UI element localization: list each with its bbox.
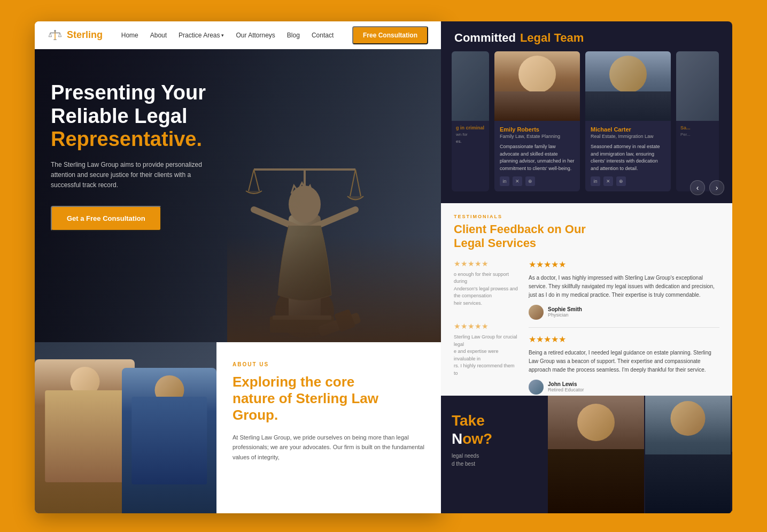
navbar: Sterling Home About Practice Areas ▾ Our… bbox=[35, 21, 441, 49]
team-next-button[interactable]: › bbox=[709, 180, 724, 195]
testimonial-1: ★★★★★ As a doctor, I was highly impresse… bbox=[529, 259, 719, 320]
team-prev-button[interactable]: ‹ bbox=[690, 180, 705, 195]
gavel-area bbox=[227, 235, 441, 342]
team-card-emily: Emily Roberts Family Law, Estate Plannin… bbox=[494, 51, 580, 191]
team-navigation: ‹ › bbox=[690, 180, 724, 195]
emily-role: Family Law, Estate Planning bbox=[500, 134, 575, 139]
linkedin-icon[interactable]: in bbox=[500, 176, 509, 186]
reviewer-1: Sophie Smith Physician bbox=[529, 305, 719, 320]
reviewer-name-1: Sophie Smith bbox=[548, 306, 582, 312]
reviewer-avatar-1 bbox=[529, 305, 544, 320]
testimonials-label: TESTIMONIALS bbox=[454, 214, 719, 219]
bottom-cta-text: Take Now? legal needs d the best bbox=[441, 396, 548, 513]
lawyer-figure-2 bbox=[645, 396, 731, 513]
review-text-1: As a doctor, I was highly impressed with… bbox=[529, 274, 719, 299]
reviewer-title-2: Retired Educator bbox=[548, 387, 584, 392]
testimonial-2: ★★★★★ Being a retired educator, I needed… bbox=[529, 334, 719, 395]
about-heading: Exploring the core nature of Sterling La… bbox=[233, 374, 425, 424]
about-section: ABOUT US Exploring the core nature of St… bbox=[35, 342, 441, 513]
reviewer-avatar-2 bbox=[529, 380, 544, 395]
stars-1: ★★★★★ bbox=[529, 259, 719, 269]
reviewer-title-1: Physician bbox=[548, 312, 582, 318]
hero-cta-button[interactable]: Get a Free Consultation bbox=[51, 206, 161, 231]
michael-photo bbox=[585, 51, 671, 121]
svg-line-14 bbox=[355, 169, 361, 196]
main-wrapper: Sterling Home About Practice Areas ▾ Our… bbox=[35, 21, 732, 513]
testimonials-section: TESTIMONIALS Client Feedback on Our Lega… bbox=[441, 203, 732, 396]
nav-cta-button[interactable]: Free Consultation bbox=[352, 26, 428, 44]
team-heading-text: Committed bbox=[454, 31, 516, 45]
left-panel: Sterling Home About Practice Areas ▾ Our… bbox=[35, 21, 441, 513]
emily-photo bbox=[494, 51, 580, 121]
nav-home[interactable]: Home bbox=[121, 32, 138, 39]
globe-icon-2[interactable]: ⊕ bbox=[616, 176, 626, 186]
about-label: ABOUT US bbox=[233, 361, 425, 367]
bottom-cta-headline: Take Now? bbox=[452, 412, 537, 448]
testimonials-main: ★★★★★ As a doctor, I was highly impresse… bbox=[529, 259, 719, 396]
linkedin-icon-2[interactable]: in bbox=[591, 176, 600, 186]
svg-point-2 bbox=[54, 30, 56, 32]
emily-social: in ✕ ⊕ bbox=[500, 176, 575, 186]
michael-name: Michael Carter bbox=[591, 126, 665, 133]
logo-text: Sterling bbox=[67, 29, 103, 41]
michael-desc: Seasoned attorney in real estate and imm… bbox=[591, 143, 665, 172]
team-cards-row: g in criminal wn for es. Emily Roberts bbox=[452, 51, 722, 191]
svg-line-13 bbox=[350, 169, 355, 196]
hero-section: Presenting Your Reliable Legal Represent… bbox=[35, 49, 441, 342]
bottom-lawyers-images bbox=[548, 396, 732, 513]
team-heading-area: Committed Legal Team bbox=[452, 27, 722, 51]
about-image bbox=[35, 342, 216, 513]
testimonial-partial-left: ★★★★★ o enough for their support during … bbox=[454, 259, 518, 396]
emily-desc: Compassionate family law advocate and sk… bbox=[500, 143, 575, 172]
test-divider bbox=[529, 327, 719, 328]
twitter-icon[interactable]: ✕ bbox=[513, 176, 522, 186]
right-panel: Committed Legal Team g in criminal wn fo… bbox=[441, 21, 732, 513]
nav-practice[interactable]: Practice Areas ▾ bbox=[179, 32, 224, 39]
team-heading-highlight: Legal Team bbox=[520, 31, 584, 45]
stars-2: ★★★★★ bbox=[529, 334, 719, 344]
michael-role: Real Estate, Immigration Law bbox=[591, 134, 665, 139]
emily-card-body: Emily Roberts Family Law, Estate Plannin… bbox=[494, 121, 580, 191]
lawyer-figure-3 bbox=[732, 396, 732, 513]
nav-links: Home About Practice Areas ▾ Our Attorney… bbox=[121, 32, 334, 39]
michael-card-body: Michael Carter Real Estate, Immigration … bbox=[585, 121, 671, 191]
team-card-partial-left: g in criminal wn for es. bbox=[452, 51, 489, 191]
team-section: Committed Legal Team g in criminal wn fo… bbox=[441, 21, 732, 203]
scales-icon bbox=[48, 30, 63, 41]
about-description: At Sterling Law Group, we pride ourselve… bbox=[233, 433, 425, 462]
michael-social: in ✕ ⊕ bbox=[591, 176, 665, 186]
hero-content: Presenting Your Reliable Legal Represent… bbox=[51, 81, 275, 231]
reviewer-name-2: John Lewis bbox=[548, 381, 584, 387]
team-card-partial-right: Sa... Per... bbox=[676, 51, 719, 191]
nav-logo: Sterling bbox=[48, 29, 103, 41]
twitter-icon-2[interactable]: ✕ bbox=[603, 176, 613, 186]
bottom-cta-desc: legal needs d the best bbox=[452, 452, 537, 468]
nav-about[interactable]: About bbox=[150, 32, 167, 39]
reviewer-2: John Lewis Retired Educator bbox=[529, 380, 719, 395]
bottom-cta-section: Take Now? legal needs d the best bbox=[441, 396, 732, 513]
nav-blog[interactable]: Blog bbox=[287, 32, 300, 39]
nav-attorneys[interactable]: Our Attorneys bbox=[236, 32, 275, 39]
about-text: ABOUT US Exploring the core nature of St… bbox=[216, 342, 441, 513]
hero-subtitle: The Sterling Law Group aims to provide p… bbox=[51, 160, 222, 191]
emily-name: Emily Roberts bbox=[500, 126, 575, 133]
testimonials-heading: Client Feedback on Our Legal Services bbox=[454, 222, 719, 251]
chevron-icon: ▾ bbox=[221, 33, 224, 38]
globe-icon[interactable]: ⊕ bbox=[525, 176, 535, 186]
review-text-2: Being a retired educator, I needed legal… bbox=[529, 349, 719, 374]
lawyer-figure-1 bbox=[548, 396, 644, 513]
about-people bbox=[35, 342, 216, 513]
hero-title: Presenting Your Reliable Legal Represent… bbox=[51, 81, 275, 151]
nav-contact[interactable]: Contact bbox=[312, 32, 334, 39]
team-card-michael: Michael Carter Real Estate, Immigration … bbox=[585, 51, 671, 191]
